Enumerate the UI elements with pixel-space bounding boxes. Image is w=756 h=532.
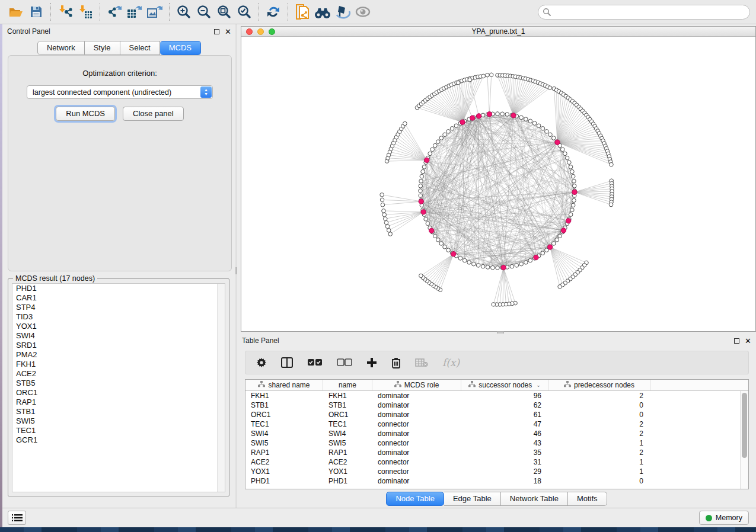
close-panel-button[interactable]: Close panel bbox=[123, 107, 184, 121]
application-window: Control Panel ✕ NetworkStyleSelectMCDS O… bbox=[0, 0, 756, 532]
table-cell-predecessor-nodes: 1 bbox=[548, 438, 650, 448]
columns-icon[interactable] bbox=[281, 357, 293, 368]
minimize-window-icon[interactable] bbox=[257, 28, 264, 35]
mcds-result-node[interactable]: STB5 bbox=[12, 379, 225, 388]
mcds-result-node[interactable]: PMA2 bbox=[12, 350, 225, 360]
run-mcds-button[interactable]: Run MCDS bbox=[56, 107, 115, 121]
table-row[interactable]: YOX1YOX1connector291 bbox=[245, 467, 740, 476]
table-scrollbar[interactable] bbox=[740, 391, 748, 489]
export-network-icon[interactable] bbox=[104, 2, 125, 21]
mcds-result-node[interactable]: TID3 bbox=[12, 312, 225, 322]
close-table-panel-icon[interactable]: ✕ bbox=[745, 338, 751, 344]
mcds-result-node[interactable]: FKH1 bbox=[12, 360, 225, 369]
export-image-icon[interactable] bbox=[145, 2, 165, 21]
refresh-icon[interactable] bbox=[263, 2, 283, 21]
mcds-result-node[interactable]: SWI5 bbox=[12, 416, 225, 426]
select-all-icon[interactable] bbox=[307, 358, 323, 367]
open-folder-icon[interactable] bbox=[6, 2, 26, 21]
add-icon[interactable] bbox=[366, 357, 377, 368]
hide-icon[interactable] bbox=[333, 2, 353, 21]
tab-mcds[interactable]: MCDS bbox=[160, 41, 201, 55]
zoom-in-icon[interactable] bbox=[174, 2, 194, 21]
memory-button[interactable]: Memory bbox=[699, 511, 749, 525]
table-cell-name: ACE2 bbox=[323, 457, 372, 467]
table-cell-predecessor-nodes: 0 bbox=[548, 410, 650, 419]
tab-network-table[interactable]: Network Table bbox=[501, 492, 568, 506]
mcds-result-node[interactable]: SRD1 bbox=[12, 341, 225, 350]
column-header-successor-nodes[interactable]: successor nodes⌄ bbox=[461, 380, 548, 390]
trash-icon[interactable] bbox=[391, 357, 401, 368]
search-input[interactable] bbox=[538, 5, 750, 20]
table-cell-predecessor-nodes: 2 bbox=[548, 429, 650, 438]
gear-icon[interactable] bbox=[256, 357, 267, 368]
result-list-scrollbar[interactable] bbox=[217, 284, 225, 492]
mcds-result-node[interactable]: ORC1 bbox=[12, 388, 225, 398]
tab-style[interactable]: Style bbox=[85, 41, 120, 55]
optimization-criterion-select[interactable]: largest connected component (undirected)… bbox=[27, 85, 213, 99]
mcds-result-node[interactable]: YOX1 bbox=[12, 322, 225, 331]
close-window-icon[interactable] bbox=[246, 28, 253, 35]
tab-motifs[interactable]: Motifs bbox=[568, 492, 607, 506]
table-row[interactable]: SWI5SWI5connector431 bbox=[245, 438, 740, 448]
table-cell-MCDS-role: dominator bbox=[372, 476, 461, 486]
table-row[interactable]: SWI4SWI4dominator462 bbox=[245, 429, 740, 438]
mcds-result-node[interactable]: PHD1 bbox=[12, 284, 225, 293]
table-row[interactable]: PHD1PHD1dominator180 bbox=[245, 476, 740, 486]
float-panel-icon[interactable] bbox=[214, 29, 219, 34]
export-table-icon[interactable] bbox=[125, 2, 145, 21]
zoom-selected-icon[interactable] bbox=[234, 2, 254, 21]
zoom-fit-icon[interactable] bbox=[214, 2, 234, 21]
table-row[interactable]: TEC1TEC1connector472 bbox=[245, 419, 740, 429]
network-view-window: YPA_prune.txt_1 bbox=[241, 26, 756, 332]
binoculars-icon[interactable] bbox=[312, 2, 333, 21]
task-history-button[interactable] bbox=[8, 511, 26, 525]
mcds-result-node[interactable]: ACE2 bbox=[12, 369, 225, 379]
table-cell-MCDS-role: dominator bbox=[372, 400, 461, 410]
mcds-result-node[interactable]: RAP1 bbox=[12, 398, 225, 407]
import-network-icon[interactable] bbox=[55, 2, 75, 21]
select-stepper-icon: ▲▼ bbox=[200, 86, 212, 98]
column-type-icon bbox=[258, 381, 265, 389]
table-cell-name: RAP1 bbox=[323, 448, 372, 457]
save-icon[interactable] bbox=[26, 2, 46, 21]
column-header-predecessor-nodes[interactable]: predecessor nodes bbox=[548, 380, 650, 390]
table-row[interactable]: RAP1RAP1dominator352 bbox=[245, 448, 740, 457]
network-file-icon[interactable] bbox=[292, 2, 312, 21]
column-header-shared-name[interactable]: shared name bbox=[245, 380, 323, 390]
import-table-icon[interactable] bbox=[75, 2, 95, 21]
table-cell-name: YOX1 bbox=[323, 467, 372, 476]
mcds-result-node[interactable]: TEC1 bbox=[12, 426, 225, 435]
table-cell-predecessor-nodes: 0 bbox=[548, 476, 650, 486]
optimization-criterion-value: largest connected component (undirected) bbox=[27, 88, 171, 97]
network-canvas[interactable] bbox=[241, 37, 755, 331]
tab-network[interactable]: Network bbox=[37, 41, 85, 55]
mcds-result-node[interactable]: SWI4 bbox=[12, 331, 225, 341]
mcds-result-node[interactable]: GCR1 bbox=[12, 435, 225, 445]
tab-edge-table[interactable]: Edge Table bbox=[444, 492, 501, 506]
table-row[interactable]: FKH1FKH1dominator962 bbox=[245, 391, 740, 400]
float-table-panel-icon[interactable] bbox=[734, 338, 739, 344]
eye-icon[interactable] bbox=[353, 2, 373, 21]
mcds-result-node[interactable]: STP4 bbox=[12, 303, 225, 312]
maximize-window-icon[interactable] bbox=[269, 28, 275, 35]
table-row[interactable]: ACE2ACE2connector311 bbox=[245, 457, 740, 467]
table-row[interactable]: ORC1ORC1dominator610 bbox=[245, 410, 740, 419]
control-panel-titlebar: Control Panel ✕ bbox=[2, 24, 236, 39]
table-cell-successor-nodes: 61 bbox=[461, 410, 548, 419]
zoom-out-icon[interactable] bbox=[194, 2, 214, 21]
table-row[interactable]: STB1STB1dominator620 bbox=[245, 400, 740, 410]
column-header-MCDS-role[interactable]: MCDS role bbox=[372, 380, 461, 390]
table-scrollbar-thumb[interactable] bbox=[742, 393, 747, 458]
status-bar: Memory bbox=[2, 508, 756, 527]
table-cell-name: PHD1 bbox=[323, 476, 372, 486]
deselect-all-icon[interactable] bbox=[337, 358, 352, 367]
mcds-result-node[interactable]: CAR1 bbox=[12, 293, 225, 303]
node-table-body: FKH1FKH1dominator962STB1STB1dominator620… bbox=[245, 391, 740, 489]
table-cell-shared-name: ORC1 bbox=[245, 410, 323, 419]
close-panel-icon[interactable]: ✕ bbox=[225, 29, 231, 34]
mcds-result-node[interactable]: STB1 bbox=[12, 407, 225, 416]
tab-node-table[interactable]: Node Table bbox=[386, 492, 444, 506]
column-type-icon bbox=[564, 381, 571, 389]
tab-select[interactable]: Select bbox=[120, 41, 160, 55]
column-header-name[interactable]: name bbox=[323, 380, 372, 390]
